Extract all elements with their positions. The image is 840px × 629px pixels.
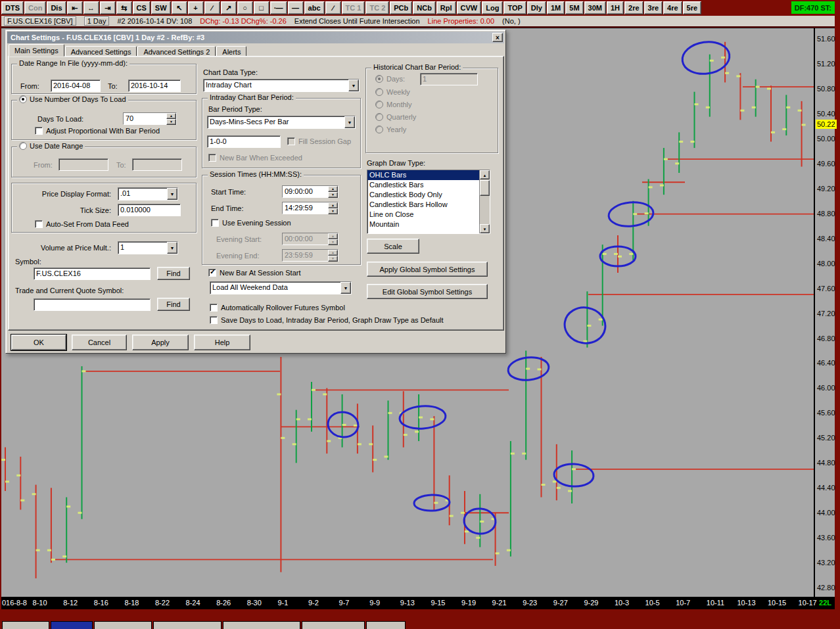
toolbar-timeframe-1h-button[interactable]: 1H: [607, 1, 624, 14]
apply-global-symbol-settings-button[interactable]: Apply Global Symbol Settings: [367, 262, 488, 277]
toolbar-line-tool-icon[interactable]: ∕: [204, 1, 220, 14]
scroll-down-icon[interactable]: ▼: [480, 224, 490, 233]
chartbook-tab-active[interactable]: [51, 621, 93, 629]
spinner-buttons[interactable]: ▲▼: [328, 186, 338, 197]
toolbar-crosshair-tool-icon[interactable]: +: [188, 1, 204, 14]
graph-draw-option[interactable]: Candlestick Bars: [367, 180, 479, 190]
tab-advanced-settings[interactable]: Advanced Settings: [65, 46, 137, 57]
spin-down-icon[interactable]: ▼: [328, 192, 338, 198]
start-time-value[interactable]: 09:00:00: [283, 186, 328, 197]
chartbook-tab[interactable]: [94, 621, 152, 629]
start-time-spinner[interactable]: 09:00:00 ▲▼: [282, 185, 338, 198]
toolbar-sw-button[interactable]: SW: [151, 1, 171, 14]
use-date-range-radio[interactable]: [19, 142, 27, 150]
auto-set-checkbox[interactable]: Auto-Set From Data Feed: [35, 220, 129, 228]
toolbar-3re-button[interactable]: 3re: [644, 1, 663, 14]
spin-up-icon[interactable]: ▲: [166, 113, 176, 119]
toolbar-scroll-to-end-icon[interactable]: ⇆: [116, 1, 132, 14]
end-time-spinner[interactable]: 14:29:59 ▲▼: [282, 202, 338, 214]
bar-period-field[interactable]: 1-0-0: [207, 135, 281, 148]
symbol-find-button[interactable]: Find: [157, 267, 190, 280]
tab-advanced-settings-2[interactable]: Advanced Settings 2: [137, 46, 216, 57]
scale-button[interactable]: Scale: [367, 239, 419, 254]
toolbar-timeframe-5m-button[interactable]: 5M: [565, 1, 583, 14]
toolbar-log-button[interactable]: Log: [482, 1, 503, 14]
toolbar-disconnect-button[interactable]: Dis: [47, 1, 66, 14]
spin-down-icon[interactable]: ▼: [166, 119, 176, 125]
toolbar-5re-button[interactable]: 5re: [683, 1, 702, 14]
toolbar-bar-spacing-auto-icon[interactable]: ↔: [83, 1, 99, 14]
apply-button[interactable]: Apply: [132, 335, 189, 350]
end-time-value[interactable]: 14:29:59: [283, 202, 328, 214]
scroll-up-icon[interactable]: ▲: [480, 170, 490, 179]
tab-main-settings[interactable]: Main Settings: [9, 44, 64, 57]
use-evening-session-checkbox[interactable]: Use Evening Session: [211, 219, 291, 227]
scrollbar-thumb[interactable]: [480, 180, 490, 196]
toolbar-rectangle-tool-icon[interactable]: □: [254, 1, 269, 14]
chevron-down-icon[interactable]: ▼: [344, 116, 355, 128]
ok-button[interactable]: OK: [11, 335, 66, 350]
days-to-load-spinner[interactable]: 70 ▲▼: [123, 112, 177, 125]
spinner-buttons[interactable]: ▲▼: [166, 113, 176, 124]
toolbar-2re-button[interactable]: 2re: [624, 1, 643, 14]
chevron-down-icon[interactable]: ▼: [167, 242, 177, 254]
toolbar-ncb-button[interactable]: NCb: [413, 1, 436, 14]
cancel-button[interactable]: Cancel: [72, 335, 127, 350]
volume-mult-select[interactable]: 1 ▼: [118, 241, 178, 254]
chartbook-tab[interactable]: [223, 621, 300, 629]
symbol-field[interactable]: F.US.CLEX16: [34, 268, 151, 280]
graph-draw-option[interactable]: OHLC Bars: [367, 170, 479, 180]
use-number-of-days-radio[interactable]: [19, 95, 27, 103]
date-to-field[interactable]: 2016-10-14: [128, 80, 181, 92]
graph-draw-option[interactable]: Candlestick Bars Hollow: [367, 200, 479, 210]
days-to-load-value[interactable]: 70: [124, 113, 166, 124]
chevron-down-icon[interactable]: ▼: [348, 80, 359, 91]
toolbar-rpl-button[interactable]: Rpl: [436, 1, 456, 14]
toolbar-arrow-line-tool-icon[interactable]: ↗: [221, 1, 237, 14]
toolbar-bar-spacing-increase-icon[interactable]: ⇥: [100, 1, 116, 14]
toolbar-4re-button[interactable]: 4re: [663, 1, 682, 14]
scrollbar-track[interactable]: [480, 197, 490, 224]
save-as-default-checkbox[interactable]: Save Days to Load, Intraday Bar Period, …: [210, 316, 444, 324]
toolbar-horizontal-line-tool-icon[interactable]: —: [288, 1, 304, 14]
toolbar-timeframe-30m-button[interactable]: 30M: [584, 1, 606, 14]
toolbar-tc2-button[interactable]: TC 2: [365, 1, 389, 14]
listbox-scrollbar[interactable]: ▲ ▼: [479, 170, 490, 233]
toolbar-connect-button[interactable]: Con: [24, 1, 46, 14]
tick-size-field[interactable]: 0.010000: [118, 204, 181, 216]
edit-global-symbol-settings-button[interactable]: Edit Global Symbol Settings: [367, 284, 488, 299]
toolbar-dly-button[interactable]: Dly: [527, 1, 546, 14]
graph-draw-option[interactable]: Mountain: [367, 220, 479, 229]
price-display-format-select[interactable]: .01 ▼: [118, 187, 178, 200]
chartbook-tab[interactable]: [153, 621, 222, 629]
dialog-titlebar[interactable]: Chart Settings - F.US.CLEX16 [CBV] 1 Day…: [7, 32, 504, 43]
toolbar-bar-spacing-decrease-icon[interactable]: ⇤: [67, 1, 83, 14]
toolbar-top-button[interactable]: TOP: [503, 1, 526, 14]
trade-symbol-field[interactable]: [34, 298, 151, 311]
price-axis[interactable]: 51.6051.2050.8050.4050.0049.6049.2048.80…: [814, 28, 835, 597]
spin-up-icon[interactable]: ▲: [328, 202, 338, 208]
toolbar-ray-tool-icon[interactable]: ∕: [325, 1, 341, 14]
close-icon[interactable]: ×: [492, 33, 503, 42]
chartbook-tab[interactable]: [2, 621, 49, 629]
toolbar-pcb-button[interactable]: PCb: [390, 1, 412, 14]
toolbar-cs-button[interactable]: CS: [133, 1, 151, 14]
graph-draw-option[interactable]: Candlestick Body Only: [367, 190, 479, 200]
chartbook-tab[interactable]: [366, 621, 406, 629]
graph-draw-type-listbox[interactable]: OHLC BarsCandlestick BarsCandlestick Bod…: [367, 170, 490, 234]
toolbar-cvw-button[interactable]: CVW: [457, 1, 482, 14]
toolbar-timeframe-1m-button[interactable]: 1M: [547, 1, 565, 14]
trade-symbol-find-button[interactable]: Find: [157, 298, 190, 311]
toolbar-measure-tool-icon[interactable]: ∙—: [270, 1, 287, 14]
weekend-data-select[interactable]: Load All Weekend Data ▼: [210, 281, 352, 294]
adjust-proportional-checkbox[interactable]: Adjust Proportional With Bar Period: [35, 127, 160, 135]
toolbar-tc1-button[interactable]: TC 1: [342, 1, 365, 14]
tab-alerts[interactable]: Alerts: [216, 46, 246, 57]
chart-data-type-select[interactable]: Intraday Chart ▼: [203, 79, 360, 92]
graph-draw-option[interactable]: Line on Close: [367, 210, 479, 220]
toolbar-text-tool-button[interactable]: abc: [304, 1, 325, 14]
bar-period-type-select[interactable]: Days-Mins-Secs Per Bar ▼: [207, 116, 356, 129]
chartbook-tab[interactable]: [302, 621, 365, 629]
auto-rollover-checkbox[interactable]: Automatically Rollover Futures Symbol: [210, 304, 345, 312]
toolbar-pointer-tool-icon[interactable]: ↖: [172, 1, 187, 14]
